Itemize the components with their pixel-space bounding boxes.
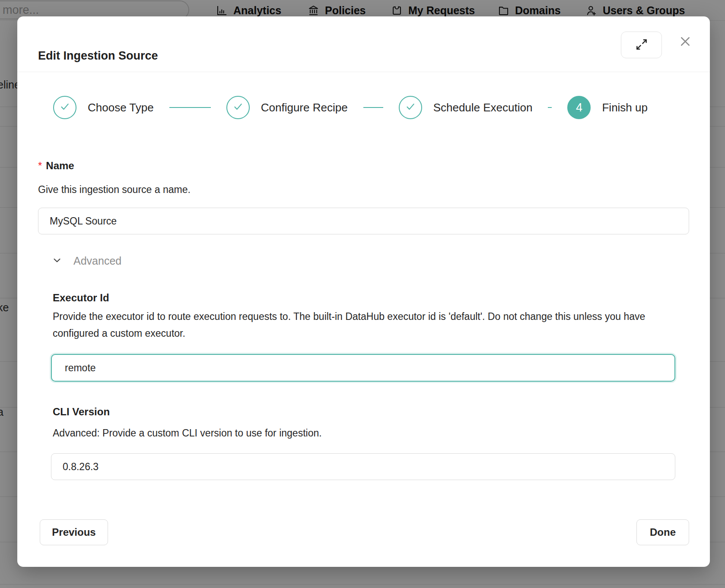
cli-version-description: Advanced: Provide a custom CLI version t… [53, 425, 676, 442]
check-icon [232, 101, 244, 114]
name-input[interactable] [38, 208, 689, 234]
close-icon [679, 35, 692, 49]
ingestion-stepper: Choose Type Configure Recipe [53, 96, 648, 119]
executor-id-input[interactable] [51, 354, 675, 382]
name-field-label: *Name [38, 160, 74, 172]
step-label: Finish up [602, 101, 648, 114]
check-icon [404, 101, 417, 114]
advanced-label: Advanced [73, 255, 121, 267]
expand-modal-button[interactable] [621, 32, 662, 58]
edit-ingestion-source-modal: Edit Ingestion Source [17, 16, 710, 567]
step-configure-recipe: Configure Recipe [226, 96, 348, 119]
executor-id-description: Provide the executor id to route executi… [53, 308, 676, 342]
step-label: Choose Type [88, 101, 154, 114]
step-connector [169, 107, 211, 108]
close-modal-button[interactable] [676, 33, 694, 51]
header-divider [17, 72, 710, 72]
step-complete-circle [226, 96, 250, 119]
expand-icon [635, 38, 649, 53]
chevron-down-icon [52, 255, 62, 267]
step-connector [363, 107, 383, 108]
check-icon [59, 101, 71, 114]
previous-button[interactable]: Previous [40, 519, 108, 545]
step-choose-type: Choose Type [53, 96, 154, 119]
cli-version-label: CLI Version [53, 406, 110, 418]
step-schedule-execution: Schedule Execution [399, 96, 533, 119]
step-label: Configure Recipe [261, 101, 348, 114]
required-asterisk: * [38, 160, 42, 171]
step-number: 4 [576, 101, 582, 114]
done-button[interactable]: Done [636, 519, 689, 545]
name-field-description: Give this ingestion source a name. [38, 181, 191, 198]
step-connector [548, 107, 552, 108]
modal-title: Edit Ingestion Source [38, 49, 158, 63]
advanced-section-toggle[interactable]: Advanced [52, 255, 121, 267]
step-complete-circle [53, 96, 76, 119]
step-complete-circle [399, 96, 422, 119]
screen: Analytics Policies My Requests [0, 0, 725, 588]
step-active-circle: 4 [567, 96, 591, 119]
cli-version-input[interactable] [51, 453, 675, 480]
step-label: Schedule Execution [433, 101, 533, 114]
executor-id-label: Executor Id [53, 292, 109, 304]
step-finish-up: 4 Finish up [567, 96, 648, 119]
